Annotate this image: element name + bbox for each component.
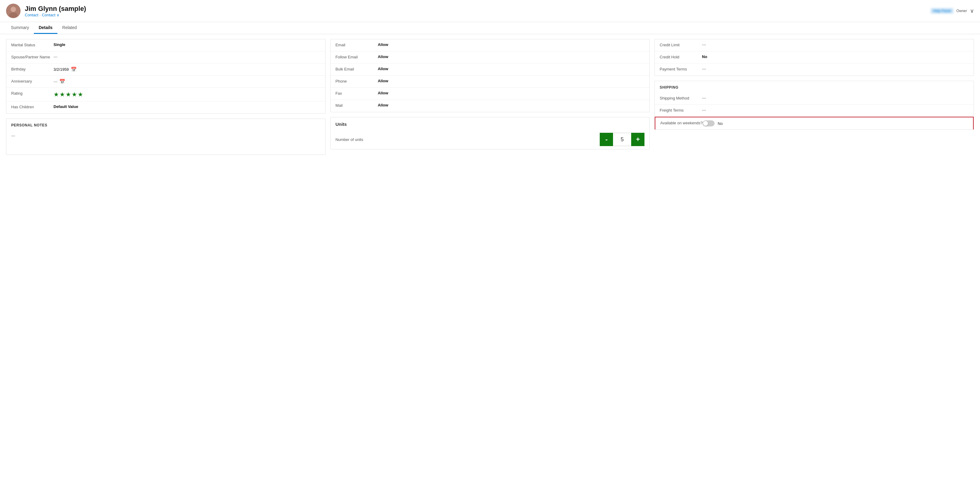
units-increase-button[interactable]: + — [631, 133, 644, 146]
available-weekends-value: No — [703, 120, 968, 126]
sub-chevron[interactable]: ∨ — [57, 13, 60, 17]
star-2: ★ — [60, 91, 65, 98]
units-value: 5 — [613, 133, 631, 146]
units-field-label: Number of units — [336, 137, 600, 142]
payment-terms-value: --- — [702, 67, 969, 71]
rating-value: ★ ★ ★ ★ ★ — [54, 91, 320, 98]
shipping-method-label: Shipping Method — [660, 96, 702, 101]
mail-row: Mail Allow — [331, 100, 650, 112]
anniversary-text: --- — [54, 79, 57, 84]
birthday-calendar-icon[interactable]: 📅 — [71, 67, 77, 72]
birthday-text: 3/2/1959 — [54, 67, 69, 72]
personal-notes-content: --- — [6, 130, 325, 141]
avatar-image — [6, 4, 21, 18]
follow-email-value: Allow — [378, 54, 645, 59]
bulk-email-label: Bulk Email — [336, 67, 378, 72]
toggle-container: No — [703, 120, 723, 126]
column-2: Email Allow Follow Email Allow Bulk Emai… — [330, 39, 650, 155]
star-3: ★ — [65, 91, 71, 98]
follow-email-row: Follow Email Allow — [331, 51, 650, 64]
phone-label: Phone — [336, 79, 378, 84]
avatar — [6, 4, 21, 18]
units-controls: - 5 + — [600, 133, 644, 146]
toggle-thumb — [703, 121, 708, 126]
fax-row: Fax Allow — [331, 88, 650, 100]
star-1: ★ — [54, 91, 59, 98]
spouse-value: --- — [54, 54, 320, 59]
tab-related[interactable]: Related — [57, 22, 82, 34]
anniversary-value[interactable]: --- 📅 — [54, 79, 320, 85]
main-content: Marital Status Single Spouse/Partner Nam… — [0, 34, 980, 160]
credit-limit-value: --- — [702, 42, 969, 47]
star-5: ★ — [78, 91, 83, 98]
mail-label: Mail — [336, 103, 378, 108]
payment-terms-label: Payment Terms — [660, 67, 702, 72]
contact-name: Jim Glynn (sample) — [25, 5, 86, 13]
contact-type-link1[interactable]: Contact — [25, 13, 38, 17]
header-right: Help Panel Owner ∨ — [931, 8, 974, 14]
star-4: ★ — [72, 91, 77, 98]
anniversary-row: Anniversary --- 📅 — [6, 76, 325, 88]
phone-row: Phone Allow — [331, 76, 650, 88]
sub-separator: · — [40, 13, 41, 17]
credit-hold-label: Credit Hold — [660, 54, 702, 60]
svg-point-2 — [9, 13, 18, 18]
phone-value: Allow — [378, 79, 645, 83]
has-children-row: Has Children Default Value — [6, 101, 325, 113]
tab-details[interactable]: Details — [34, 22, 57, 34]
available-weekends-toggle-label: No — [718, 121, 723, 126]
header-chevron-icon[interactable]: ∨ — [970, 8, 974, 14]
birthday-row: Birthday 3/2/1959 📅 — [6, 64, 325, 76]
contact-type-link2[interactable]: Contact — [42, 13, 55, 17]
tab-bar: Summary Details Related — [0, 22, 980, 34]
spouse-label: Spouse/Partner Name — [11, 54, 54, 60]
header-subtitle: Contact · Contact ∨ — [25, 13, 86, 17]
available-weekends-toggle[interactable] — [703, 120, 714, 126]
follow-email-label: Follow Email — [336, 54, 378, 60]
credit-hold-row: Credit Hold No — [655, 51, 974, 64]
units-card: Units Number of units - 5 + — [330, 117, 650, 150]
owner-label: Owner — [956, 9, 967, 13]
shipping-method-value: --- — [702, 96, 969, 100]
anniversary-label: Anniversary — [11, 79, 54, 84]
shipping-card: SHIPPING Shipping Method --- Freight Ter… — [654, 81, 974, 130]
page-header: Jim Glynn (sample) Contact · Contact ∨ H… — [0, 0, 980, 22]
credit-limit-row: Credit Limit --- — [655, 39, 974, 51]
anniversary-calendar-icon[interactable]: 📅 — [59, 79, 65, 85]
birthday-value[interactable]: 3/2/1959 📅 — [54, 67, 320, 72]
birthday-label: Birthday — [11, 67, 54, 72]
contact-preferences-card: Email Allow Follow Email Allow Bulk Emai… — [330, 39, 650, 112]
freight-terms-label: Freight Terms — [660, 108, 702, 113]
rating-row: Rating ★ ★ ★ ★ ★ — [6, 88, 325, 101]
credit-limit-label: Credit Limit — [660, 42, 702, 48]
rating-stars: ★ ★ ★ ★ ★ — [54, 91, 83, 98]
billing-card: Credit Limit --- Credit Hold No Payment … — [654, 39, 974, 76]
mail-value: Allow — [378, 103, 645, 107]
freight-terms-value: --- — [702, 108, 969, 112]
tab-summary[interactable]: Summary — [6, 22, 34, 34]
rating-label: Rating — [11, 91, 54, 96]
help-badge: Help Panel — [931, 8, 953, 14]
marital-status-row: Marital Status Single — [6, 39, 325, 51]
owner-section: Owner — [956, 9, 967, 13]
email-row: Email Allow — [331, 39, 650, 51]
has-children-value: Default Value — [54, 104, 320, 109]
units-field-row: Number of units - 5 + — [331, 130, 650, 149]
spouse-row: Spouse/Partner Name --- — [6, 51, 325, 64]
available-weekends-label: Available on weekends? — [660, 120, 703, 126]
fax-label: Fax — [336, 91, 378, 96]
header-info: Jim Glynn (sample) Contact · Contact ∨ — [25, 5, 86, 17]
column-3: Credit Limit --- Credit Hold No Payment … — [654, 39, 974, 155]
bulk-email-value: Allow — [378, 67, 645, 71]
bulk-email-row: Bulk Email Allow — [331, 64, 650, 76]
marital-status-value: Single — [54, 42, 320, 47]
fax-value: Allow — [378, 91, 645, 95]
shipping-title: SHIPPING — [655, 81, 974, 92]
header-name-area: Jim Glynn (sample) — [25, 5, 86, 13]
marital-status-label: Marital Status — [11, 42, 54, 48]
header-left: Jim Glynn (sample) Contact · Contact ∨ — [6, 4, 86, 18]
email-label: Email — [336, 42, 378, 48]
units-decrease-button[interactable]: - — [600, 133, 613, 146]
personal-notes-card: PERSONAL NOTES --- — [6, 118, 326, 155]
freight-terms-row: Freight Terms --- — [655, 105, 974, 117]
